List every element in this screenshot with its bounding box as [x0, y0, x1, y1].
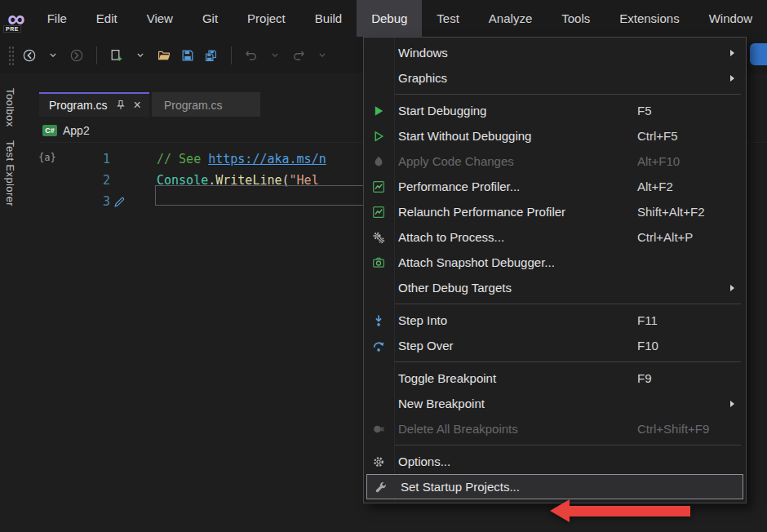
- menu-item-set-startup-projects[interactable]: Set Startup Projects...: [366, 474, 743, 499]
- snapshot-debugger-icon: [364, 256, 393, 269]
- menu-separator: [395, 445, 741, 446]
- menu-item-options[interactable]: Options...: [364, 449, 746, 474]
- chevron-down-icon[interactable]: [314, 46, 330, 65]
- menu-item-label: Apply Code Changes: [398, 154, 514, 168]
- line-number: 2: [20, 173, 112, 188]
- preview-badge: PRE: [3, 25, 21, 33]
- menu-item-view[interactable]: View: [132, 0, 188, 37]
- back-arrow-icon[interactable]: [21, 46, 38, 65]
- undo-icon[interactable]: [243, 46, 259, 65]
- menu-item-build[interactable]: Build: [300, 0, 357, 37]
- menu-item-label: Start Without Debugging: [398, 129, 531, 143]
- menu-item-performance-profiler[interactable]: Performance Profiler...Alt+F2: [364, 174, 746, 199]
- menu-shortcut: F11: [637, 313, 658, 327]
- menu-item-label: Toggle Breakpoint: [398, 371, 496, 385]
- menu-item-project[interactable]: Project: [233, 0, 300, 37]
- apply-code-changes-icon: [364, 155, 393, 168]
- menu-shortcut: Ctrl+Shift+F9: [637, 422, 709, 436]
- menu-shortcut: F10: [637, 339, 658, 352]
- menu-item-windows[interactable]: Windows: [364, 40, 746, 65]
- chevron-down-icon[interactable]: [267, 46, 283, 65]
- menu-item-label: Attach Snapshot Debugger...: [398, 255, 555, 269]
- toolbar-icons: [21, 46, 338, 65]
- menu-item-label: New Breakpoint: [398, 397, 485, 410]
- submenu-arrow-icon: [730, 50, 734, 56]
- menu-bar: ∞ PRE FileEditViewGitProjectBuildDebugTe…: [0, 0, 767, 37]
- menu-item-apply-code-changes[interactable]: Apply Code ChangesAlt+F10: [364, 149, 746, 174]
- toolbar-drag-grip[interactable]: [8, 45, 15, 66]
- new-item-icon[interactable]: [109, 46, 125, 65]
- menu-separator: [395, 361, 741, 362]
- menu-item-tools[interactable]: Tools: [547, 0, 605, 37]
- outline-margin-glyph: {a}: [38, 152, 56, 163]
- menu-shortcut: F5: [637, 104, 652, 117]
- menu-item-extensions[interactable]: Extensions: [605, 0, 694, 37]
- menu-item-step-over[interactable]: Step OverF10: [364, 333, 746, 358]
- line-margin: [112, 196, 157, 208]
- pin-icon[interactable]: [115, 100, 126, 111]
- save-all-icon[interactable]: [203, 46, 219, 65]
- tab-program-cs[interactable]: Program.cs: [152, 92, 260, 117]
- chevron-down-icon[interactable]: [45, 46, 61, 65]
- debug-menu: WindowsGraphicsStart DebuggingF5Start Wi…: [363, 37, 747, 503]
- menu-item-edit[interactable]: Edit: [82, 0, 132, 37]
- menu-item-label: Attach to Process...: [398, 230, 504, 244]
- menu-item-other-debug-targets[interactable]: Other Debug Targets: [364, 275, 746, 300]
- menu-item-start-debugging[interactable]: Start DebuggingF5: [364, 98, 746, 123]
- menu-item-label: Set Startup Projects...: [401, 480, 520, 494]
- toolbar-edge-icon[interactable]: [750, 43, 767, 65]
- open-folder-icon[interactable]: [156, 46, 172, 65]
- start-debugging-icon: [364, 104, 393, 117]
- arrow-shaft: [570, 506, 690, 516]
- side-tab-toolbox[interactable]: Toolbox: [4, 88, 16, 127]
- side-tab-test-explorer[interactable]: Test Explorer: [4, 140, 16, 206]
- side-strip: ToolboxTest Explorer: [0, 73, 20, 532]
- menu-item-label: Step Over: [398, 339, 454, 352]
- arrow-head: [550, 499, 570, 522]
- code-text: // See https://aka.ms/n: [157, 152, 326, 166]
- menu-item-window[interactable]: Window: [694, 0, 767, 37]
- forward-arrow-icon[interactable]: [69, 46, 85, 65]
- attach-process-icon: [364, 231, 393, 244]
- menu-item-start-without-debugging[interactable]: Start Without DebuggingCtrl+F5: [364, 123, 746, 149]
- menu-item-file[interactable]: File: [33, 0, 82, 37]
- menu-shortcut: F9: [637, 371, 652, 385]
- annotation-arrow-icon: [550, 499, 690, 522]
- redo-icon[interactable]: [290, 46, 307, 65]
- breadcrumb-project[interactable]: App2: [63, 124, 90, 137]
- menu-item-attach-to-process[interactable]: Attach to Process...Ctrl+Alt+P: [364, 224, 746, 250]
- submenu-arrow-icon: [730, 75, 734, 82]
- close-icon[interactable]: ×: [134, 99, 141, 112]
- document-tabs: Program.cs×Program.cs: [39, 92, 260, 117]
- menu-separator: [395, 304, 741, 304]
- menu-shortcut: Ctrl+F5: [637, 129, 678, 143]
- step-over-icon: [364, 339, 393, 352]
- menu-item-relaunch-performance-profiler[interactable]: Relaunch Performance ProfilerShift+Alt+F…: [364, 199, 746, 224]
- menu-item-label: Options...: [398, 454, 450, 468]
- menu-item-new-breakpoint[interactable]: New Breakpoint: [364, 391, 746, 416]
- visual-studio-logo: ∞ PRE: [0, 0, 33, 37]
- start-without-debugging-icon: [364, 130, 393, 143]
- menu-item-analyze[interactable]: Analyze: [474, 0, 547, 37]
- line-number: 3: [20, 194, 112, 209]
- toolbar-separator: [96, 47, 97, 64]
- tab-program-cs[interactable]: Program.cs×: [39, 92, 149, 117]
- menu-item-git[interactable]: Git: [188, 0, 233, 37]
- menu-item-step-into[interactable]: Step IntoF11: [364, 308, 746, 333]
- pen-icon: [113, 196, 126, 208]
- menu-item-test[interactable]: Test: [422, 0, 474, 37]
- menu-separator: [395, 94, 741, 95]
- menu-item-graphics[interactable]: Graphics: [364, 65, 746, 91]
- menu-item-attach-snapshot-debugger[interactable]: Attach Snapshot Debugger...: [364, 250, 746, 275]
- save-icon[interactable]: [180, 46, 196, 65]
- set-startup-icon: [366, 481, 396, 494]
- menu-item-debug[interactable]: Debug: [357, 0, 422, 37]
- menu-item-toggle-breakpoint[interactable]: Toggle BreakpointF9: [364, 366, 746, 391]
- menu-item-label: Graphics: [398, 71, 447, 85]
- menu-item-label: Start Debugging: [398, 104, 486, 117]
- menu-shortcut: Shift+Alt+F2: [637, 205, 705, 219]
- menu-item-delete-all-breakpoints[interactable]: Delete All BreakpointsCtrl+Shift+F9: [364, 416, 746, 441]
- relaunch-profiler-icon: [364, 206, 393, 219]
- performance-profiler-icon: [364, 180, 393, 193]
- chevron-down-icon[interactable]: [132, 46, 149, 65]
